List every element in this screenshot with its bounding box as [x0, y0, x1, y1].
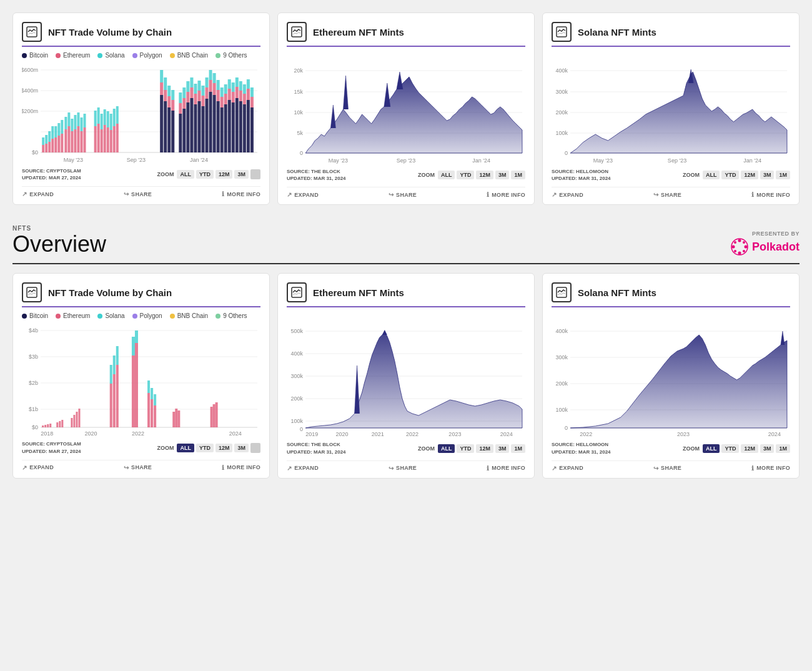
svg-rect-183: [61, 420, 63, 427]
svg-rect-67: [179, 103, 182, 114]
svg-rect-94: [213, 83, 216, 95]
svg-text:200k: 200k: [556, 109, 568, 116]
zoom-ytd-btn[interactable]: YTD: [457, 444, 474, 453]
svg-rect-178: [44, 425, 46, 427]
svg-rect-95: [213, 73, 216, 83]
svg-rect-23: [61, 120, 63, 134]
legend-others: 9 Others: [215, 312, 247, 319]
zoom-3m-btn[interactable]: 3M: [495, 171, 510, 179]
more-info-action[interactable]: ℹ MORE INFO: [222, 191, 260, 197]
chart-area-sol-mints-bottom: 400k 300k 200k 100k 0: [552, 325, 790, 437]
svg-rect-65: [171, 90, 174, 100]
expand-label: EXPAND: [294, 465, 319, 471]
svg-rect-87: [205, 99, 209, 152]
svg-rect-78: [194, 104, 197, 152]
svg-rect-206: [177, 410, 180, 427]
svg-rect-105: [228, 100, 231, 152]
chart-header: NFT Trade Volume by Chain: [22, 282, 260, 302]
more-info-action[interactable]: ℹ MORE INFO: [487, 191, 525, 198]
zoom-controls: ZOOM ALL YTD 12M 3M 1M: [683, 444, 790, 453]
zoom-label: ZOOM: [683, 172, 700, 178]
expand-action[interactable]: ↗ EXPAND: [552, 191, 583, 198]
info-icon: ℹ: [222, 191, 224, 197]
zoom-ytd-btn[interactable]: YTD: [721, 444, 739, 453]
svg-rect-200: [151, 399, 153, 427]
chart-title-1: NFT Trade Volume by Chain: [48, 27, 172, 37]
zoom-3m-btn[interactable]: 3M: [495, 444, 510, 453]
more-info-action[interactable]: ℹ MORE INFO: [751, 191, 790, 198]
svg-rect-107: [228, 79, 231, 89]
svg-rect-33: [77, 112, 79, 126]
share-action[interactable]: ↪ SHARE: [124, 464, 152, 471]
zoom-all-btn[interactable]: ALL: [703, 171, 720, 179]
svg-text:2019: 2019: [305, 431, 318, 437]
svg-text:100k: 100k: [556, 407, 568, 413]
zoom-custom-btn[interactable]: [250, 169, 260, 179]
zoom-3m-btn[interactable]: 3M: [234, 170, 249, 179]
zoom-custom-btn[interactable]: [250, 443, 260, 453]
svg-rect-50: [113, 126, 116, 152]
zoom-3m-btn[interactable]: 3M: [234, 444, 249, 452]
zoom-ytd-btn[interactable]: YTD: [196, 444, 214, 452]
zoom-3m-btn[interactable]: 3M: [760, 171, 775, 179]
svg-rect-18: [54, 137, 57, 152]
zoom-all-btn[interactable]: ALL: [438, 171, 455, 179]
zoom-all-btn-active[interactable]: ALL: [703, 444, 720, 453]
share-action[interactable]: ↪ SHARE: [653, 465, 681, 472]
zoom-12m-btn[interactable]: 12M: [741, 444, 758, 453]
svg-rect-88: [205, 87, 209, 99]
share-action[interactable]: ↪ SHARE: [389, 465, 417, 472]
legend-polygon: Polygon: [132, 312, 162, 319]
more-info-action[interactable]: ℹ MORE INFO: [222, 464, 260, 471]
svg-rect-177: [42, 425, 44, 427]
zoom-ytd-btn[interactable]: YTD: [457, 171, 474, 179]
zoom-all-btn[interactable]: ALL: [177, 170, 194, 179]
zoom-all-btn-active[interactable]: ALL: [438, 444, 455, 453]
share-action[interactable]: ↪ SHARE: [389, 191, 417, 198]
zoom-ytd-btn[interactable]: YTD: [721, 171, 739, 179]
zoom-12m-btn[interactable]: 12M: [741, 171, 758, 179]
chart-divider: [287, 306, 525, 307]
expand-action[interactable]: ↗ EXPAND: [552, 465, 583, 472]
legend-bitcoin: Bitcoin: [22, 312, 48, 319]
svg-text:2024: 2024: [229, 430, 242, 437]
more-info-action[interactable]: ℹ MORE INFO: [751, 465, 790, 472]
zoom-ytd-btn[interactable]: YTD: [196, 170, 214, 179]
info-icon: ℹ: [222, 464, 224, 471]
expand-action[interactable]: ↗ EXPAND: [22, 191, 54, 197]
svg-rect-74: [186, 81, 189, 92]
legend-dot-bitcoin: [22, 314, 27, 319]
zoom-1m-btn[interactable]: 1M: [776, 444, 790, 453]
chart-card-eth-mints-top: Ethereum NFT Mints 20k 15k 10k 5k 0: [277, 12, 535, 205]
svg-rect-96: [217, 101, 220, 152]
svg-rect-108: [232, 102, 235, 152]
share-action[interactable]: ↪ SHARE: [653, 191, 681, 198]
svg-rect-40: [97, 124, 100, 152]
zoom-12m-btn[interactable]: 12M: [215, 170, 233, 179]
zoom-1m-btn[interactable]: 1M: [511, 171, 525, 179]
more-info-action[interactable]: ℹ MORE INFO: [487, 465, 525, 472]
zoom-1m-btn[interactable]: 1M: [776, 171, 790, 179]
zoom-3m-btn[interactable]: 3M: [760, 444, 775, 453]
zoom-controls: ZOOM ALL YTD 12M 3M 1M: [418, 444, 525, 453]
svg-rect-76: [190, 87, 193, 98]
zoom-12m-btn[interactable]: 12M: [476, 171, 493, 179]
svg-rect-19: [54, 126, 57, 137]
svg-rect-122: [247, 79, 250, 89]
svg-rect-182: [59, 421, 61, 427]
zoom-1m-btn[interactable]: 1M: [511, 444, 525, 453]
expand-label: EXPAND: [29, 464, 54, 470]
presented-by-wrapper: PRESENTED BY Pol: [731, 231, 800, 256]
zoom-12m-btn[interactable]: 12M: [476, 444, 493, 453]
zoom-all-btn-active[interactable]: ALL: [177, 444, 194, 452]
svg-rect-186: [76, 412, 77, 427]
legend-bitcoin: Bitcoin: [22, 52, 48, 59]
expand-action[interactable]: ↗ EXPAND: [22, 464, 54, 471]
chart-footer: ↗ EXPAND ↪ SHARE ℹ MORE INFO: [22, 460, 260, 471]
expand-action[interactable]: ↗ EXPAND: [287, 465, 319, 472]
expand-action[interactable]: ↗ EXPAND: [287, 191, 319, 198]
svg-rect-115: [239, 91, 242, 101]
share-action[interactable]: ↪ SHARE: [124, 191, 152, 197]
zoom-12m-btn[interactable]: 12M: [215, 444, 233, 452]
svg-rect-117: [243, 104, 246, 152]
